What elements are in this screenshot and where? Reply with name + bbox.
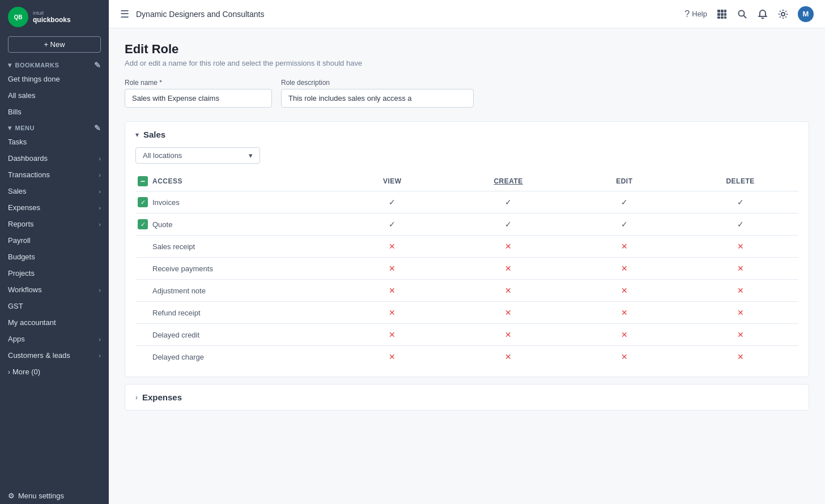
svg-rect-4 [724,10,726,12]
sidebar-item-sales[interactable]: Sales › [0,183,109,199]
sidebar-item-bills[interactable]: Bills [0,104,109,120]
quickbooks-logo-icon: QB [8,7,28,27]
col-header-edit: EDIT [567,172,683,191]
bookmarks-edit-icon[interactable]: ✎ [94,61,101,70]
sidebar: QB intuit quickbooks + New ▾ BOOKMARKS ✎… [0,0,109,504]
new-button[interactable]: + New [8,36,101,53]
table-row: ✓ Invoices ✓ ✓ ✓ ✓ [135,191,798,213]
sidebar-item-expenses[interactable]: Expenses › [0,199,109,216]
user-avatar[interactable]: M [798,6,814,22]
menu-edit-icon[interactable]: ✎ [94,123,101,133]
page-title: Edit Role [125,42,809,57]
svg-rect-6 [721,13,724,16]
row-checkbox-empty-4 [138,285,148,296]
sidebar-item-projects[interactable]: Projects [0,265,109,281]
svg-rect-7 [724,13,726,16]
sidebar-item-my-accountant[interactable]: My accountant [0,314,109,331]
select-all-checkbox[interactable]: − [138,176,148,186]
dashboards-chevron-icon: › [99,155,101,162]
expenses-section-title: Expenses [142,392,182,402]
locations-dropdown[interactable]: All locations ▾ [135,147,260,164]
role-form-row: Role name * Role description [125,79,809,108]
locations-dropdown-chevron-icon: ▾ [249,151,253,160]
table-row: ✓ Quote ✓ ✓ ✓ ✓ [135,213,798,236]
table-row: Receive payments ✕ ✕ ✕ ✕ [135,258,798,280]
customers-leads-chevron-icon: › [99,352,101,359]
sales-section-header[interactable]: ▾ Sales [125,122,809,147]
sidebar-item-transactions[interactable]: Transactions › [0,166,109,183]
row-name-4: Adjustment note [152,287,206,295]
bookmarks-section-header: ▾ BOOKMARKS ✎ [0,57,109,71]
sidebar-item-gst[interactable]: GST [0,298,109,314]
role-name-label: Role name * [125,79,272,87]
role-desc-label: Role description [281,79,474,87]
row-checkbox-empty-3 [138,263,148,274]
svg-rect-2 [717,10,720,12]
sidebar-item-all-sales[interactable]: All sales [0,87,109,104]
col-header-access: − ACCESS [135,172,334,191]
row-name-2: Sales receipt [152,242,195,251]
sidebar-item-tasks[interactable]: Tasks [0,134,109,150]
sidebar-item-workflows[interactable]: Workflows › [0,281,109,298]
row-checkbox-empty-6 [138,330,148,340]
table-row: Delayed credit ✕ ✕ ✕ ✕ [135,324,798,346]
menu-toggle-icon[interactable]: ☰ [120,8,129,20]
col-header-create: CREATE [450,172,567,191]
table-row: Delayed charge ✕ ✕ ✕ ✕ [135,346,798,368]
workflows-chevron-icon: › [99,287,101,293]
reports-chevron-icon: › [99,221,101,228]
row-checkbox-empty-7 [138,352,148,362]
table-row: Refund receipt ✕ ✕ ✕ ✕ [135,302,798,324]
svg-text:QB: QB [14,14,22,20]
sidebar-item-budgets[interactable]: Budgets [0,249,109,265]
expenses-section-header[interactable]: › Expenses [125,385,809,410]
row-checkbox-1[interactable]: ✓ [138,219,148,229]
sales-section-body: All locations ▾ − ACCESS VIEW [125,147,809,377]
role-name-group: Role name * [125,79,272,108]
page-subtitle: Add or edit a name for this role and sel… [125,59,809,67]
apps-grid-icon[interactable] [716,8,728,20]
help-button[interactable]: ? Help [684,9,707,19]
table-row: Adjustment note ✕ ✕ ✕ ✕ [135,280,798,302]
svg-rect-5 [717,13,720,16]
row-checkbox-0[interactable]: ✓ [138,197,148,207]
notifications-icon[interactable] [757,8,768,20]
row-name-0: Invoices [152,198,180,207]
sidebar-item-payroll[interactable]: Payroll [0,232,109,249]
menu-settings-item[interactable]: ⚙ Menu settings [0,488,109,504]
sidebar-item-reports[interactable]: Reports › [0,216,109,232]
settings-gear-icon[interactable] [777,8,789,20]
table-header-row: − ACCESS VIEW CREATE EDIT DELETE [135,172,798,191]
page-body: Edit Role Add or edit a name for this ro… [109,28,825,504]
row-name-1: Quote [152,220,172,229]
row-name-5: Refund receipt [152,309,201,317]
topbar-actions: ? Help [684,6,814,22]
sales-collapse-icon: ▾ [135,131,139,139]
sidebar-item-get-things-done[interactable]: Get things done [0,71,109,87]
role-name-input[interactable] [125,89,272,108]
svg-rect-10 [724,16,726,19]
sidebar-logo: QB intuit quickbooks [0,0,109,34]
search-icon[interactable] [737,8,748,20]
row-checkbox-empty-2 [138,241,148,251]
col-header-view: VIEW [334,172,450,191]
sales-section-title: Sales [143,130,165,139]
role-desc-input[interactable] [281,89,474,108]
sidebar-item-apps[interactable]: Apps › [0,331,109,347]
sales-chevron-icon: › [99,188,101,195]
col-header-delete: DELETE [682,172,798,191]
main-content: ☰ Dynamic Designers and Consultants ? He… [109,0,825,504]
sidebar-item-customers-leads[interactable]: Customers & leads › [0,347,109,364]
permissions-table: − ACCESS VIEW CREATE EDIT DELETE [135,172,798,368]
company-name: Dynamic Designers and Consultants [136,10,678,19]
sidebar-item-dashboards[interactable]: Dashboards › [0,150,109,166]
row-name-3: Receive payments [152,264,213,273]
more-item[interactable]: › More (0) [0,364,109,380]
apps-chevron-icon: › [99,336,101,343]
role-desc-group: Role description [281,79,474,108]
topbar: ☰ Dynamic Designers and Consultants ? He… [109,0,825,28]
sales-section-card: ▾ Sales All locations ▾ − ACCESS [125,121,809,377]
row-name-7: Delayed charge [152,353,204,361]
row-name-6: Delayed credit [152,331,199,339]
svg-rect-3 [721,10,724,12]
